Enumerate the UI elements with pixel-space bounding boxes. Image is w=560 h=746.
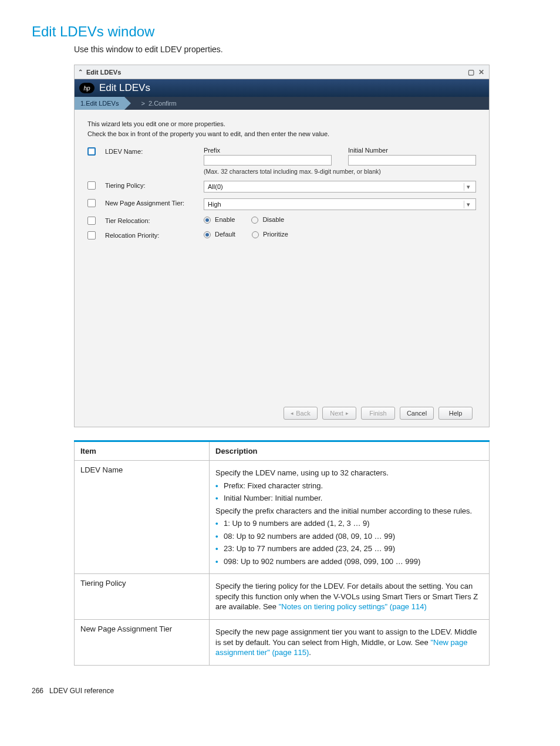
tiering-policy-checkbox[interactable] xyxy=(87,181,96,190)
table-row: LDEV Name Specify the LDEV name, using u… xyxy=(75,461,490,574)
next-label: Next xyxy=(330,410,343,417)
col-description: Description xyxy=(210,441,490,461)
link-tiering-notes[interactable]: "Notes on tiering policy settings" (page… xyxy=(279,602,427,611)
step-edit-ldevs[interactable]: 1.Edit LDEVs xyxy=(75,97,124,110)
page-title: Edit LDEVs window xyxy=(32,23,528,40)
cell-item-tiering-policy: Tiering Policy xyxy=(75,574,210,620)
relocation-priority-prioritize[interactable]: Prioritize xyxy=(252,231,288,238)
tiering-policy-select[interactable]: All(0) ▾ xyxy=(204,181,476,193)
wizard-footer: ◂Back Next▸ Finish Cancel Help xyxy=(87,401,476,427)
initial-number-input[interactable] xyxy=(348,155,476,166)
default-label: Default xyxy=(215,231,235,238)
close-icon[interactable]: ✕ xyxy=(477,68,485,76)
triangle-right-icon: ▸ xyxy=(346,410,349,416)
prefix-input[interactable] xyxy=(204,155,332,166)
relocation-priority-checkbox[interactable] xyxy=(87,231,96,239)
row-ldev-name: LDEV Name: Prefix Initial Number (Max. 3… xyxy=(87,147,476,175)
row-tier-relocation: Tier Relocation: Enable Disable xyxy=(87,216,476,225)
cell-item-new-page-tier: New Page Assignment Tier xyxy=(75,620,210,666)
prefix-label: Prefix xyxy=(204,147,332,154)
window-title: Edit LDEVs xyxy=(86,69,121,76)
desc-text: Specify the LDEV name, using up to 32 ch… xyxy=(215,468,483,478)
hp-logo-icon: hp xyxy=(79,83,95,93)
tiering-policy-label: Tiering Policy: xyxy=(105,181,199,189)
row-relocation-priority: Relocation Priority: Default Prioritize xyxy=(87,231,476,239)
maximize-icon[interactable]: ▢ xyxy=(467,68,475,76)
wizard-body: This wizard lets you edit one or more pr… xyxy=(75,110,489,427)
window-titlebar: ⌃ Edit LDEVs ▢ ✕ xyxy=(75,65,489,79)
list-item: 1: Up to 9 numbers are added (1, 2, 3 … … xyxy=(215,518,483,529)
list-item: 23: Up to 77 numbers are added (23, 24, … xyxy=(215,544,483,554)
radio-icon xyxy=(252,231,259,238)
radio-icon xyxy=(204,231,211,238)
cell-desc-ldev-name: Specify the LDEV name, using up to 32 ch… xyxy=(210,461,490,574)
instr-line-2: Check the box in front of the property y… xyxy=(87,129,476,139)
list-item: Prefix: Fixed character string. xyxy=(215,481,483,491)
relocation-priority-default[interactable]: Default xyxy=(204,231,235,238)
ldev-name-label: LDEV Name: xyxy=(105,147,199,155)
desc-text: Specify the prefix characters and the in… xyxy=(215,506,483,517)
help-button[interactable]: Help xyxy=(438,407,473,420)
ldev-name-hint: (Max. 32 characters total including max.… xyxy=(204,168,476,175)
desc-span: . xyxy=(309,648,311,657)
chevron-down-icon: ▾ xyxy=(464,201,472,208)
description-table: Item Description LDEV Name Specify the L… xyxy=(74,440,490,666)
prioritize-label: Prioritize xyxy=(263,231,288,238)
tier-relocation-enable[interactable]: Enable xyxy=(204,216,235,224)
wizard-instructions: This wizard lets you edit one or more pr… xyxy=(87,119,476,139)
disable-label: Disable xyxy=(262,216,284,223)
cell-desc-tiering-policy: Specify the tiering policy for the LDEV.… xyxy=(210,574,490,620)
desc-text: Specify the new page assignment tier you… xyxy=(215,627,483,658)
step-confirm[interactable]: > 2.Confirm xyxy=(135,97,182,110)
table-row: Tiering Policy Specify the tiering polic… xyxy=(75,574,490,620)
back-label: Back xyxy=(296,410,310,417)
initial-number-label: Initial Number xyxy=(348,147,476,154)
cell-item-ldev-name: LDEV Name xyxy=(75,461,210,574)
step-confirm-label: 2.Confirm xyxy=(149,100,177,107)
page-subtitle: Use this window to edit LDEV properties. xyxy=(74,45,528,54)
desc-text: Specify the tiering policy for the LDEV.… xyxy=(215,581,483,612)
new-page-tier-label: New Page Assignment Tier: xyxy=(105,198,199,207)
new-page-tier-select[interactable]: High ▾ xyxy=(204,198,476,210)
collapse-icon[interactable]: ⌃ xyxy=(78,69,83,75)
new-page-tier-value: High xyxy=(208,201,221,208)
page-number: 266 xyxy=(32,687,43,695)
row-new-page-tier: New Page Assignment Tier: High ▾ xyxy=(87,198,476,210)
tier-relocation-disable[interactable]: Disable xyxy=(251,216,284,224)
footer-section: LDEV GUI reference xyxy=(49,687,114,695)
page-footer: 266 LDEV GUI reference xyxy=(32,687,528,695)
next-button[interactable]: Next▸ xyxy=(322,407,356,420)
ldev-name-checkbox[interactable] xyxy=(87,147,96,156)
list-item: 098: Up to 902 numbers are added (098, 0… xyxy=(215,556,483,567)
wizard-header-title: Edit LDEVs xyxy=(99,82,150,94)
chevron-down-icon: ▾ xyxy=(464,183,472,191)
row-tiering-policy: Tiering Policy: All(0) ▾ xyxy=(87,181,476,193)
cancel-button[interactable]: Cancel xyxy=(400,407,434,420)
tier-relocation-checkbox[interactable] xyxy=(87,217,96,225)
relocation-priority-label: Relocation Priority: xyxy=(105,231,199,239)
back-button[interactable]: ◂Back xyxy=(284,407,318,420)
tier-relocation-label: Tier Relocation: xyxy=(105,216,199,224)
wizard-header: hp Edit LDEVs xyxy=(75,79,489,97)
list-item: 08: Up to 92 numbers are added (08, 09, … xyxy=(215,531,483,542)
new-page-tier-checkbox[interactable] xyxy=(87,199,96,207)
tiering-policy-value: All(0) xyxy=(208,183,223,190)
finish-button[interactable]: Finish xyxy=(361,407,395,420)
table-row: New Page Assignment Tier Specify the new… xyxy=(75,620,490,666)
radio-icon xyxy=(251,217,258,224)
col-item: Item xyxy=(75,441,210,461)
radio-icon xyxy=(204,217,211,224)
wizard-steps: 1.Edit LDEVs > 2.Confirm xyxy=(75,97,489,110)
triangle-left-icon: ◂ xyxy=(291,410,294,416)
list-item: Initial Number: Initial number. xyxy=(215,493,483,504)
edit-ldevs-window: ⌃ Edit LDEVs ▢ ✕ hp Edit LDEVs 1.Edit LD… xyxy=(74,65,490,427)
instr-line-1: This wizard lets you edit one or more pr… xyxy=(87,119,476,129)
enable-label: Enable xyxy=(215,216,235,223)
cell-desc-new-page-tier: Specify the new page assignment tier you… xyxy=(210,620,490,666)
